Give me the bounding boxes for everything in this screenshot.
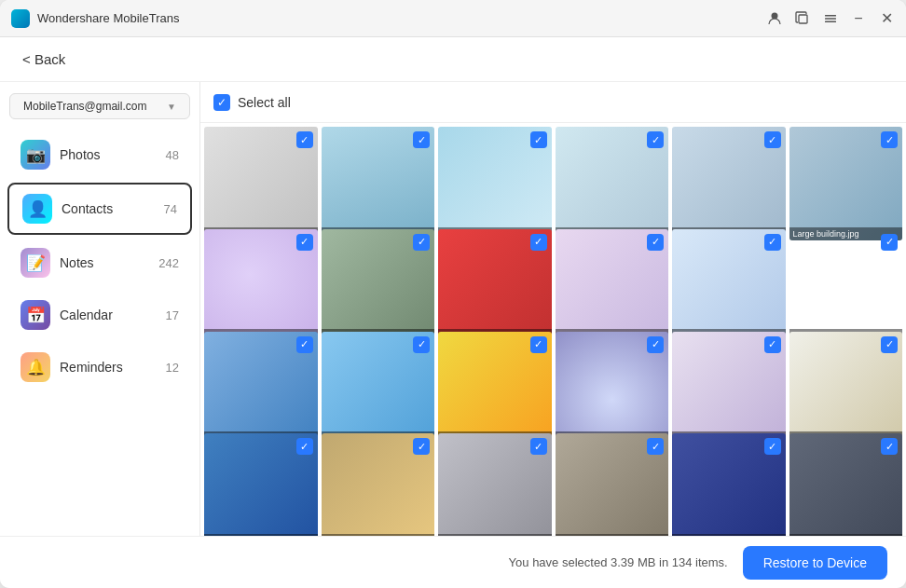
notes-icon: 📝 (21, 248, 50, 278)
photo-filename: photo21.jpg (438, 534, 552, 536)
app-window: Wondershare MobileTrans (0, 0, 906, 588)
photo-grid-area: ✓ Select all ✓Circular arcature.jpg✓Stai… (200, 82, 906, 536)
app-icon (11, 9, 30, 28)
sidebar-contacts-count: 74 (164, 202, 177, 216)
photo-checkbox: ✓ (881, 131, 898, 148)
photo-thumbnail[interactable]: ✓photo24.jpg (789, 433, 903, 536)
photo-checkbox: ✓ (647, 131, 664, 148)
main-body: MobileTrans@gmail.com ▼ 📷 Photos 48 👤 Co… (0, 82, 906, 536)
photo-thumbnail[interactable]: ✓Circular arcature.jpg (204, 127, 318, 240)
photo-checkbox: ✓ (413, 336, 430, 353)
sidebar-item-reminders[interactable]: 🔔 Reminders 12 (7, 343, 192, 391)
sidebar-item-photos[interactable]: 📷 Photos 48 (7, 130, 192, 179)
footer-bar: You have selected 3.39 MB in 134 items. … (0, 536, 906, 588)
photo-thumbnail[interactable]: ✓Evening sky.jpg (556, 127, 669, 240)
copy-icon[interactable] (794, 10, 811, 27)
reminders-icon: 🔔 (21, 352, 50, 382)
photo-checkbox: ✓ (647, 438, 664, 455)
minimize-button[interactable]: − (850, 10, 867, 27)
photo-thumbnail[interactable]: ✓Orange gradient.jpg (438, 332, 552, 445)
svg-rect-3 (825, 18, 836, 20)
photo-thumbnail[interactable]: ✓IMG_20200224.jpg (204, 229, 318, 343)
photo-thumbnail[interactable]: ✓White gradient.jpg (672, 229, 786, 343)
photo-thumbnail[interactable]: ✓Large building.jpg (789, 127, 903, 240)
photo-thumbnail[interactable]: ✓photo19.jpg (204, 433, 318, 536)
sidebar-notes-label: Notes (60, 255, 149, 270)
photo-checkbox: ✓ (647, 234, 664, 251)
photo-grid: ✓Circular arcature.jpg✓Staircase room.jp… (200, 123, 906, 536)
sidebar-calendar-count: 17 (166, 308, 179, 322)
photo-thumbnail[interactable]: ✓Fluid gradient.jpg (438, 127, 552, 240)
sidebar-calendar-label: Calendar (60, 308, 157, 322)
photo-checkbox: ✓ (530, 234, 547, 251)
title-bar: Wondershare MobileTrans (0, 0, 906, 37)
photo-thumbnail[interactable]: ✓photo22.jpg (556, 433, 669, 536)
back-bar: < Back (0, 37, 906, 82)
sidebar-contacts-label: Contacts (62, 201, 155, 216)
photo-checkbox: ✓ (881, 234, 898, 251)
sidebar-reminders-label: Reminders (60, 360, 157, 375)
title-bar-left: Wondershare MobileTrans (11, 9, 179, 28)
contacts-icon: 👤 (22, 194, 52, 224)
sidebar-notes-count: 242 (158, 256, 179, 270)
sidebar-item-contacts[interactable]: 👤 Contacts 74 (7, 183, 192, 235)
photo-checkbox: ✓ (764, 131, 781, 148)
svg-rect-2 (825, 15, 836, 17)
grid-header: ✓ Select all (200, 82, 906, 123)
photo-thumbnail[interactable]: ✓Red Bridge.jpg (438, 229, 552, 343)
photo-checkbox: ✓ (764, 336, 781, 353)
photo-checkbox: ✓ (296, 234, 313, 251)
photo-thumbnail[interactable]: ✓Water drop wave.jpg (556, 332, 669, 445)
photo-checkbox: ✓ (764, 234, 781, 251)
photo-checkbox: ✓ (296, 336, 313, 353)
account-icon[interactable] (766, 10, 783, 27)
photo-thumbnail[interactable]: ✓Glass gradient.jpg (322, 332, 435, 445)
content-area: < Back MobileTrans@gmail.com ▼ 📷 Photos … (0, 37, 906, 588)
account-email: MobileTrans@gmail.com (23, 100, 146, 113)
photo-checkbox: ✓ (530, 131, 547, 148)
photo-thumbnail[interactable]: ✓Staircase room.jpg (322, 127, 435, 240)
select-all-checkmark: ✓ (213, 94, 230, 111)
sidebar-item-notes[interactable]: 📝 Notes 242 (7, 239, 192, 287)
photo-thumbnail[interactable]: ✓photo23.jpg (672, 433, 786, 536)
photo-checkbox: ✓ (530, 336, 547, 353)
sidebar: MobileTrans@gmail.com ▼ 📷 Photos 48 👤 Co… (0, 82, 200, 536)
title-bar-right: − ✕ (766, 10, 895, 27)
calendar-icon: 📅 (21, 300, 50, 330)
photo-thumbnail[interactable]: ✓photo20.jpg (322, 433, 435, 536)
photo-thumbnail[interactable]: ✓Summer.jpg (672, 127, 786, 240)
photo-thumbnail[interactable]: ✓Sea wave.jpg (204, 332, 318, 445)
photo-checkbox: ✓ (296, 131, 313, 148)
svg-rect-1 (799, 15, 807, 23)
photo-thumbnail[interactable]: ✓White building.jpg (789, 332, 903, 445)
restore-to-device-button[interactable]: Restore to Device (743, 546, 887, 580)
photo-thumbnail[interactable]: ✓Skyscraper.jpg (789, 229, 903, 343)
menu-icon[interactable] (822, 10, 839, 27)
photo-filename: photo24.jpg (789, 534, 903, 536)
selection-status: You have selected 3.39 MB in 134 items. (509, 555, 728, 569)
photo-filename: photo22.jpg (556, 534, 669, 536)
photo-thumbnail[interactable]: ✓Gradual weakness.jpg (672, 332, 786, 445)
photos-icon: 📷 (21, 140, 50, 170)
photo-thumbnail[interactable]: ✓photo21.jpg (438, 433, 552, 536)
svg-rect-4 (825, 21, 836, 22)
sidebar-item-calendar[interactable]: 📅 Calendar 17 (7, 291, 192, 339)
photo-filename: photo19.jpg (204, 534, 318, 536)
sidebar-photos-count: 48 (166, 148, 179, 162)
select-all-checkbox[interactable]: ✓ Select all (213, 94, 291, 111)
sidebar-photos-label: Photos (60, 147, 157, 162)
photo-thumbnail[interactable]: ✓Pink gradient.jpg (556, 229, 669, 343)
photo-checkbox: ✓ (530, 438, 547, 455)
close-button close-btn[interactable]: ✕ (878, 10, 895, 27)
photo-checkbox: ✓ (296, 438, 313, 455)
app-title: Wondershare MobileTrans (37, 11, 179, 25)
account-selector[interactable]: MobileTrans@gmail.com ▼ (9, 93, 190, 119)
photo-checkbox: ✓ (647, 336, 664, 353)
photo-checkbox: ✓ (881, 438, 898, 455)
photo-thumbnail[interactable]: ✓Residence.jpg (322, 229, 435, 343)
photo-checkbox: ✓ (413, 131, 430, 148)
photo-checkbox: ✓ (413, 438, 430, 455)
back-button[interactable]: < Back (22, 51, 65, 67)
chevron-down-icon: ▼ (167, 102, 176, 112)
photo-filename: photo20.jpg (322, 534, 435, 536)
